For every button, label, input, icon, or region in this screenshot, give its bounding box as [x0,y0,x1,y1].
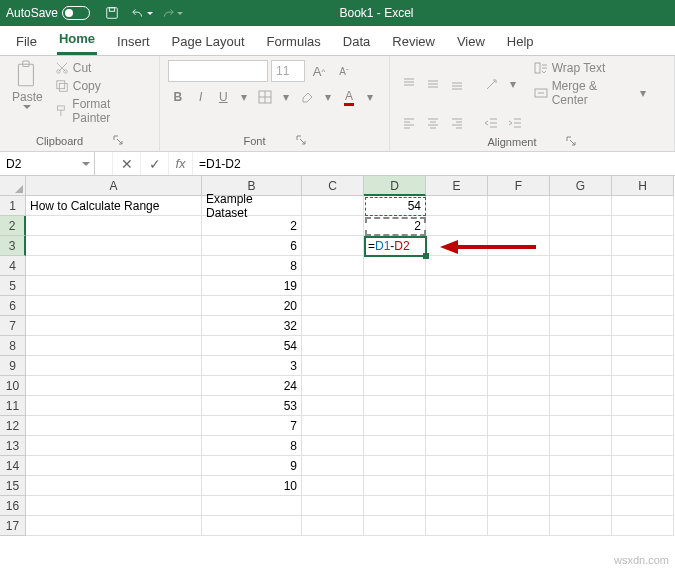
row-header-2[interactable]: 2 [0,216,26,236]
row-header-5[interactable]: 5 [0,276,26,296]
cell-g11[interactable] [550,396,612,416]
column-header-g[interactable]: G [550,176,612,196]
row-header-3[interactable]: 3 [0,236,26,256]
cell-f8[interactable] [488,336,550,356]
cell-e8[interactable] [426,336,488,356]
cell-e6[interactable] [426,296,488,316]
autosave-toggle[interactable]: AutoSave [6,6,90,20]
formula-input[interactable]: =D1-D2 [193,152,675,175]
align-bottom-button[interactable] [446,73,468,95]
cell-a17[interactable] [26,516,202,536]
cell-d8[interactable] [364,336,426,356]
cell-h10[interactable] [612,376,674,396]
increase-font-button[interactable]: A^ [308,60,330,82]
cell-f1[interactable] [488,196,550,216]
name-box[interactable]: D2 [0,152,95,175]
copy-button[interactable]: Copy [53,78,151,94]
row-header-13[interactable]: 13 [0,436,26,456]
cell-a14[interactable] [26,456,202,476]
enter-formula-button[interactable]: ✓ [141,152,169,175]
cell-h15[interactable] [612,476,674,496]
align-left-button[interactable] [398,112,420,134]
save-button[interactable] [100,2,124,24]
cell-g14[interactable] [550,456,612,476]
cut-button[interactable]: Cut [53,60,151,76]
row-header-8[interactable]: 8 [0,336,26,356]
tab-data[interactable]: Data [341,28,372,55]
cell-d15[interactable] [364,476,426,496]
fill-color-button[interactable] [297,86,317,108]
cell-a1[interactable]: How to Calculate Range [26,196,202,216]
cell-a3[interactable] [26,236,202,256]
column-header-c[interactable]: C [302,176,364,196]
redo-button[interactable] [160,2,184,24]
tab-file[interactable]: File [14,28,39,55]
cell-h6[interactable] [612,296,674,316]
tab-insert[interactable]: Insert [115,28,152,55]
wrap-text-button[interactable]: Wrap Text [532,60,648,76]
cell-f6[interactable] [488,296,550,316]
cell-h7[interactable] [612,316,674,336]
cell-a12[interactable] [26,416,202,436]
row-header-14[interactable]: 14 [0,456,26,476]
row-header-10[interactable]: 10 [0,376,26,396]
cell-f13[interactable] [488,436,550,456]
row-header-15[interactable]: 15 [0,476,26,496]
cell-c15[interactable] [302,476,364,496]
column-header-a[interactable]: A [26,176,202,196]
row-header-16[interactable]: 16 [0,496,26,516]
cell-c6[interactable] [302,296,364,316]
cell-g3[interactable] [550,236,612,256]
cell-b1[interactable]: Example Dataset [202,196,302,216]
cell-b14[interactable]: 9 [202,456,302,476]
cell-h9[interactable] [612,356,674,376]
cell-f10[interactable] [488,376,550,396]
cell-g6[interactable] [550,296,612,316]
row-header-7[interactable]: 7 [0,316,26,336]
cell-h17[interactable] [612,516,674,536]
cell-f16[interactable] [488,496,550,516]
chevron-down-icon[interactable]: ▾ [504,73,522,95]
cell-e11[interactable] [426,396,488,416]
cell-e17[interactable] [426,516,488,536]
cell-f2[interactable] [488,216,550,236]
cell-b2[interactable]: 2 [202,216,302,236]
dialog-launcher-icon[interactable] [566,136,576,146]
cell-f5[interactable] [488,276,550,296]
cell-h11[interactable] [612,396,674,416]
font-color-button[interactable]: A [339,86,359,108]
cell-f14[interactable] [488,456,550,476]
cell-a10[interactable] [26,376,202,396]
cell-d10[interactable] [364,376,426,396]
cell-c14[interactable] [302,456,364,476]
font-name-combo[interactable] [168,60,268,82]
cell-a13[interactable] [26,436,202,456]
tab-help[interactable]: Help [505,28,536,55]
cell-c3[interactable] [302,236,364,256]
select-all-button[interactable] [0,176,26,196]
cell-c7[interactable] [302,316,364,336]
cell-f11[interactable] [488,396,550,416]
cell-h16[interactable] [612,496,674,516]
dialog-launcher-icon[interactable] [113,135,123,145]
cell-g2[interactable] [550,216,612,236]
font-size-combo[interactable]: 11 [271,60,305,82]
cell-e9[interactable] [426,356,488,376]
cell-f4[interactable] [488,256,550,276]
cell-g4[interactable] [550,256,612,276]
tab-page-layout[interactable]: Page Layout [170,28,247,55]
column-header-h[interactable]: H [612,176,674,196]
cell-b15[interactable]: 10 [202,476,302,496]
merge-center-button[interactable]: Merge & Center ▾ [532,78,648,108]
cell-d7[interactable] [364,316,426,336]
increase-indent-button[interactable] [504,112,526,134]
chevron-down-icon[interactable]: ▾ [236,86,252,108]
cell-a8[interactable] [26,336,202,356]
cell-h5[interactable] [612,276,674,296]
cell-c13[interactable] [302,436,364,456]
cell-d17[interactable] [364,516,426,536]
decrease-indent-button[interactable] [480,112,502,134]
cell-a11[interactable] [26,396,202,416]
cell-e12[interactable] [426,416,488,436]
cell-e13[interactable] [426,436,488,456]
